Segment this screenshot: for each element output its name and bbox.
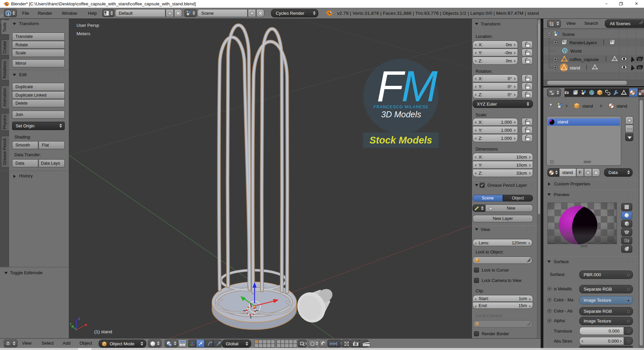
svg-text:(1) stand: (1) stand	[94, 329, 112, 334]
svg-text:Meters: Meters	[76, 31, 91, 36]
svg-text:y: y	[70, 322, 72, 326]
svg-text:FRANCESCO MILANESE: FRANCESCO MILANESE	[374, 105, 429, 109]
svg-text:FM: FM	[377, 62, 438, 111]
svg-text:User Persp: User Persp	[76, 23, 99, 28]
svg-text:3D Models: 3D Models	[381, 110, 421, 119]
svg-text:Stock Models: Stock Models	[370, 135, 432, 145]
svg-text:z: z	[78, 316, 80, 320]
